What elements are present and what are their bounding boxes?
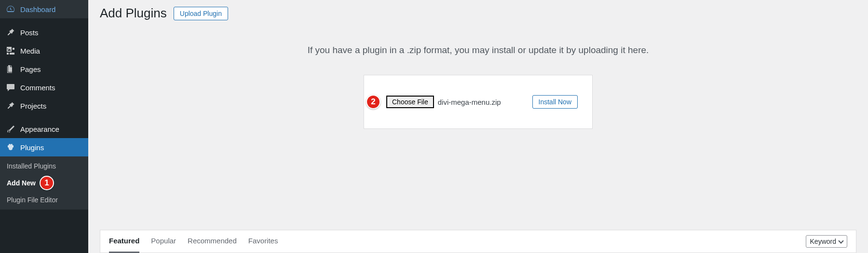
- sidebar-item-dashboard[interactable]: Dashboard: [0, 0, 88, 18]
- sidebar-item-label: Comments: [20, 84, 55, 92]
- search-type-select[interactable]: Keyword: [806, 235, 847, 248]
- page-title: Add Plugins: [100, 6, 167, 21]
- pin-icon: [6, 101, 15, 111]
- sidebar-item-comments[interactable]: Comments: [0, 78, 88, 97]
- upload-plugin-button[interactable]: Upload Plugin: [174, 7, 228, 20]
- pin-icon: [6, 28, 15, 37]
- comment-icon: [6, 83, 15, 92]
- sidebar-submenu: Installed Plugins Add New 1 Plugin File …: [0, 156, 88, 210]
- brush-icon: [6, 124, 15, 134]
- sidebar-item-label: Plugins: [20, 143, 44, 152]
- sidebar-sub-file-editor[interactable]: Plugin File Editor: [0, 193, 88, 207]
- sidebar-item-label: Media: [20, 47, 40, 55]
- sidebar-item-pages[interactable]: Pages: [0, 60, 88, 78]
- annotation-badge-1: 1: [40, 176, 54, 190]
- main-content: Add Plugins Upload Plugin If you have a …: [88, 0, 868, 253]
- selected-filename: divi-mega-menu.zip: [438, 98, 501, 106]
- sidebar-item-label: Pages: [20, 65, 41, 73]
- sidebar-sub-add-new[interactable]: Add New 1: [0, 173, 88, 193]
- sidebar-item-label: Dashboard: [20, 5, 55, 14]
- chevron-down-icon: [838, 238, 843, 243]
- tab-favorites[interactable]: Favorites: [248, 230, 278, 253]
- plugin-icon: [6, 142, 15, 152]
- page-header: Add Plugins Upload Plugin: [100, 6, 856, 21]
- sidebar-item-posts[interactable]: Posts: [0, 23, 88, 42]
- tab-popular[interactable]: Popular: [151, 230, 176, 253]
- dashboard-icon: [6, 4, 15, 14]
- upload-description: If you have a plugin in a .zip format, y…: [100, 45, 856, 56]
- sidebar-item-projects[interactable]: Projects: [0, 97, 88, 115]
- choose-file-button[interactable]: Choose File: [386, 96, 434, 108]
- sidebar-item-label: Appearance: [20, 125, 59, 133]
- pages-icon: [6, 64, 15, 74]
- admin-sidebar: Dashboard Posts Media Pages Comments Pro…: [0, 0, 88, 253]
- sidebar-item-label: Posts: [20, 28, 39, 37]
- upload-form: 2 Choose File divi-mega-menu.zip Install…: [364, 75, 593, 129]
- sidebar-sub-installed[interactable]: Installed Plugins: [0, 159, 88, 173]
- sidebar-item-label: Projects: [20, 102, 46, 110]
- plugin-filter-bar: Featured Popular Recommended Favorites K…: [100, 230, 856, 253]
- tab-featured[interactable]: Featured: [109, 230, 139, 253]
- sidebar-item-plugins[interactable]: Plugins: [0, 138, 88, 156]
- annotation-badge-2: 2: [366, 95, 380, 109]
- sidebar-item-appearance[interactable]: Appearance: [0, 120, 88, 138]
- install-now-button[interactable]: Install Now: [532, 95, 578, 109]
- tab-recommended[interactable]: Recommended: [188, 230, 237, 253]
- media-icon: [6, 46, 15, 56]
- sidebar-item-media[interactable]: Media: [0, 42, 88, 60]
